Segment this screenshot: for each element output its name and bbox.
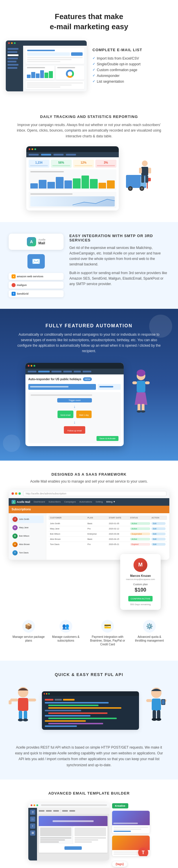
tracking-section: DAILY TRACKING AND STATISTICS REPORTING …	[0, 103, 178, 222]
tracking-title: DAILY TRACKING AND STATISTICS REPORTING	[9, 115, 169, 119]
user-email: marcos.krop@acapana.com	[124, 578, 156, 581]
user-name: Marcos Kruzan	[124, 574, 156, 578]
feature-item: ✓ Single/Double opt-in support	[93, 61, 172, 67]
payment-label: Payment integration with Braintree, Stri…	[86, 635, 129, 646]
user-confirm-btn[interactable]: CONFIRM ACTIVE	[128, 596, 152, 601]
svg-marker-0	[73, 198, 115, 207]
user-detail-card: M Marcos Kruzan marcos.krop@acapana.com …	[120, 554, 161, 610]
svg-rect-26	[18, 698, 28, 711]
smtp-left: A Acelle Mail ✉️ a 📦 amazon web services	[9, 234, 64, 297]
svg-rect-28	[28, 699, 36, 702]
saas-features-row: 📦 Manage service package plans 👥 Manage …	[9, 613, 169, 649]
svg-rect-13	[141, 176, 144, 183]
svg-rect-17	[137, 381, 145, 392]
manage-plans-label: Manage service package plans	[11, 635, 46, 643]
page-header: Features that make e-mail marketing easy	[0, 0, 178, 38]
api-description: Acelle provides REST ful API which is ba…	[14, 745, 164, 768]
svg-rect-38	[152, 710, 156, 719]
user-price: $100	[124, 587, 156, 593]
email-list-screenshot	[6, 40, 87, 91]
feature-item: ✓ List segmentation	[93, 79, 172, 85]
quota-icon: ⚙️	[143, 620, 156, 633]
customers-icon: 👥	[60, 620, 72, 633]
svg-point-23	[137, 410, 141, 413]
saas-feature-manage-plans: 📦 Manage service package plans	[11, 620, 46, 646]
svg-rect-22	[142, 404, 144, 411]
api-code-mock	[42, 691, 139, 730]
sendgrid-badge: S SendGrid	[9, 290, 64, 297]
template-right-panel: Kreative	[112, 803, 150, 867]
smtp-title: EASY INTEGRATION WITH SMTP OR 3RD SERVIC…	[69, 234, 169, 242]
acelle-logo: A Acelle Mail	[9, 234, 64, 250]
saas-title: DESIGNED AS A SAAS FRAMEWORK	[9, 472, 169, 476]
automation-person-illustration	[130, 369, 152, 416]
kreative-badge: Kreative	[112, 803, 128, 808]
svg-point-6	[141, 187, 143, 190]
payment-icon: 💳	[101, 620, 114, 633]
svg-rect-31	[24, 711, 27, 719]
svg-rect-36	[146, 699, 152, 702]
user-plan: Custom plan	[124, 583, 156, 586]
svg-rect-39	[157, 710, 161, 719]
svg-rect-10	[141, 167, 148, 176]
template-title: ADVANCED EMAIL TEMPLATE BUILDER	[9, 791, 169, 796]
saas-section: DESIGNED AS A SAAS FRAMEWORK Acelle Mail…	[0, 461, 178, 661]
feature-item: ✓ Custom confirmation page	[93, 67, 172, 73]
package-icon: 📦	[22, 620, 35, 633]
smtp-desc1: Get rid of the expensive email services …	[69, 245, 169, 268]
svg-point-33	[23, 718, 28, 721]
user-days: 555 Days remaining	[124, 603, 156, 606]
saas-browser-mock: http://acelle.dev/admin/subscription A A…	[9, 489, 169, 560]
smtp-desc2: Built-in support for sending email from …	[69, 270, 169, 287]
tracking-dashboard-mock: 1,234 56% 12% 3%	[26, 146, 119, 211]
smtp-content: EASY INTEGRATION WITH SMTP OR 3RD SERVIC…	[69, 234, 169, 287]
api-left-person	[9, 684, 38, 737]
svg-rect-18	[132, 381, 137, 384]
smtp-providers: a 📦 amazon web services mailgun S SendGr…	[9, 273, 64, 297]
template-section: ADVANCED EMAIL TEMPLATE BUILDER ☰ □ T 🖼	[0, 779, 178, 868]
svg-point-9	[142, 160, 148, 166]
email-list-section: COMPLETE E-MAIL LIST ✓ Import lists from…	[0, 38, 178, 103]
delivery-person-illustration	[123, 152, 152, 205]
saas-feature-payment: 💳 Payment integration with Braintree, St…	[86, 620, 129, 646]
manage-customers-label: Manage customers & subscriptions	[49, 635, 83, 643]
template-builder-mock: ☰ □ T 🖼	[28, 803, 109, 861]
template-card-2: T	[112, 836, 150, 856]
svg-rect-30	[19, 711, 22, 719]
svg-point-5	[129, 187, 132, 190]
svg-rect-35	[152, 699, 161, 711]
svg-rect-29	[9, 700, 11, 704]
svg-point-24	[141, 410, 145, 413]
smtp-section: A Acelle Mail ✉️ a 📦 amazon web services	[0, 222, 178, 309]
template-card-1	[112, 811, 150, 833]
feature-item: ✓ Import lists from Excel/CSV	[93, 56, 172, 61]
svg-marker-20	[135, 392, 147, 405]
t-letter-icon: T	[138, 847, 148, 856]
svg-point-32	[18, 718, 23, 721]
api-title: QUICK & EASY REST FUL API	[9, 672, 169, 677]
email-list-content: COMPLETE E-MAIL LIST ✓ Import lists from…	[93, 48, 172, 85]
svg-point-41	[156, 718, 161, 721]
feature-item: ✓ Autoresponder	[93, 73, 172, 79]
api-section: QUICK & EASY REST FUL API	[0, 661, 178, 780]
automation-mock: Auto-responder for US public holidays NE…	[26, 363, 124, 446]
automation-title: FULLY FEATURED AUTOMATION	[9, 323, 169, 329]
svg-rect-12	[148, 168, 151, 174]
svg-rect-21	[138, 404, 140, 411]
amazon-badge: a 📦 amazon web services	[9, 273, 64, 280]
svg-rect-14	[145, 176, 148, 183]
email-list-title: COMPLETE E-MAIL LIST	[93, 48, 172, 52]
email-icon: ✉️	[28, 254, 45, 269]
mailgun-badge: mailgun	[9, 282, 64, 288]
tags-badge: {tags}	[112, 861, 127, 867]
saas-feature-quota: ⚙️ Advanced quota & throttling managemen…	[132, 620, 167, 646]
svg-point-16	[137, 370, 145, 376]
api-right-person	[143, 684, 169, 737]
svg-rect-11	[139, 168, 142, 174]
email-list-features: ✓ Import lists from Excel/CSV ✓ Single/D…	[93, 56, 172, 85]
automation-section: FULLY FEATURED AUTOMATION Automatically …	[0, 309, 178, 461]
page-title: Features that make e-mail marketing easy	[17, 11, 161, 32]
saas-feature-manage-customers: 👥 Manage customers & subscriptions	[49, 620, 83, 646]
automation-description: Automatically or conditionally send emai…	[17, 332, 161, 354]
quota-label: Advanced quota & throttling management	[132, 635, 167, 643]
